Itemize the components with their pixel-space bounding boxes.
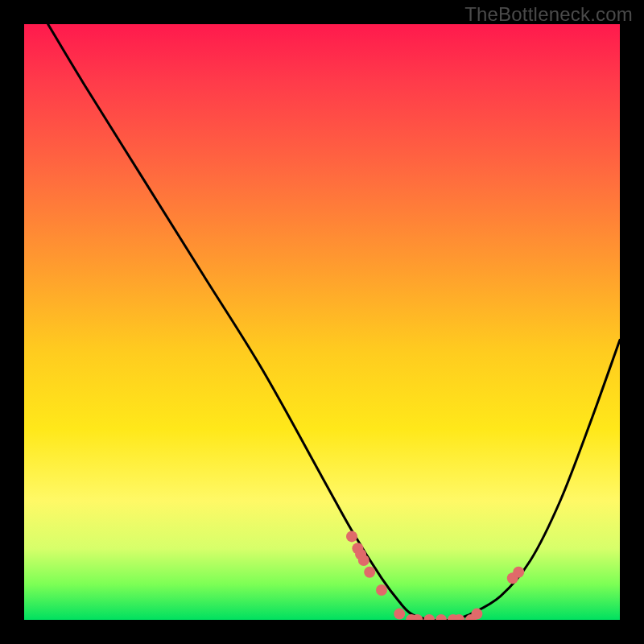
highlight-dot — [346, 530, 357, 542]
highlight-dot — [358, 555, 369, 566]
chart-area — [24, 24, 620, 620]
highlight-dot — [394, 609, 405, 620]
highlight-dot — [364, 567, 375, 578]
highlight-dot — [436, 614, 447, 620]
chart-svg — [24, 24, 620, 620]
highlight-dot — [423, 614, 435, 620]
highlight-dots-group — [346, 530, 524, 620]
highlight-dot — [471, 609, 482, 620]
watermark-text: TheBottleneck.com — [464, 3, 633, 26]
outer-frame: TheBottleneck.com — [0, 0, 644, 644]
highlight-dot — [513, 567, 524, 578]
highlight-dot — [376, 584, 387, 596]
bottleneck-curve-line — [48, 24, 620, 620]
